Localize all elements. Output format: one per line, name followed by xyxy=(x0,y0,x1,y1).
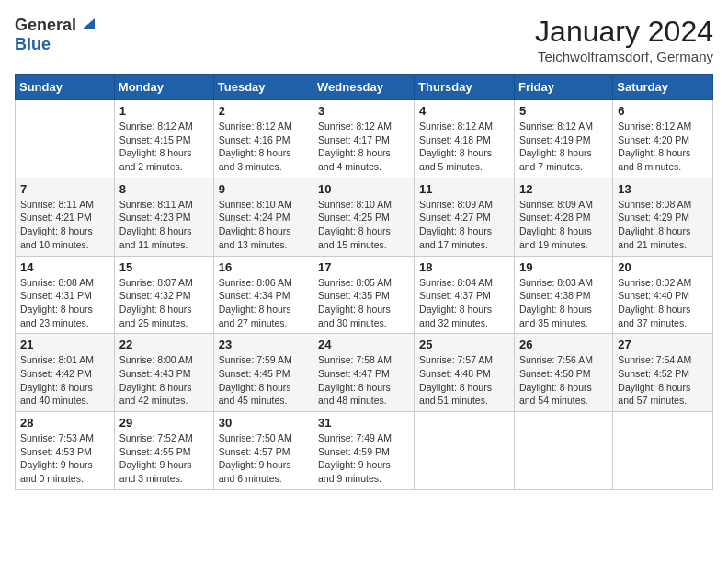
calendar-body: 1Sunrise: 8:12 AMSunset: 4:15 PMDaylight… xyxy=(16,100,713,490)
day-detail: Sunrise: 7:58 AMSunset: 4:47 PMDaylight:… xyxy=(318,353,409,408)
calendar-week-row: 21Sunrise: 8:01 AMSunset: 4:42 PMDayligh… xyxy=(16,334,713,412)
logo-triangle-icon xyxy=(78,15,95,35)
calendar-cell xyxy=(16,100,115,178)
calendar-cell: 15Sunrise: 8:07 AMSunset: 4:32 PMDayligh… xyxy=(114,256,213,334)
day-number: 23 xyxy=(219,338,308,351)
calendar-cell: 11Sunrise: 8:09 AMSunset: 4:27 PMDayligh… xyxy=(415,178,515,256)
calendar-cell xyxy=(514,412,612,490)
day-number: 18 xyxy=(419,260,509,274)
calendar-cell: 21Sunrise: 8:01 AMSunset: 4:42 PMDayligh… xyxy=(16,334,115,412)
day-number: 1 xyxy=(119,104,209,118)
day-detail: Sunrise: 8:12 AMSunset: 4:18 PMDaylight:… xyxy=(419,120,509,174)
day-detail: Sunrise: 8:09 AMSunset: 4:27 PMDaylight:… xyxy=(419,198,509,252)
calendar-cell: 24Sunrise: 7:58 AMSunset: 4:47 PMDayligh… xyxy=(313,334,415,412)
day-number: 25 xyxy=(419,338,509,351)
calendar-table: SundayMondayTuesdayWednesdayThursdayFrid… xyxy=(15,74,713,490)
day-number: 15 xyxy=(119,260,209,274)
logo-blue-text: Blue xyxy=(15,35,51,53)
calendar-cell: 20Sunrise: 8:02 AMSunset: 4:40 PMDayligh… xyxy=(613,256,713,334)
day-detail: Sunrise: 8:00 AMSunset: 4:43 PMDaylight:… xyxy=(119,353,209,408)
day-detail: Sunrise: 7:54 AMSunset: 4:52 PMDaylight:… xyxy=(618,353,708,408)
calendar-cell xyxy=(415,412,515,490)
day-number: 29 xyxy=(119,416,209,430)
day-number: 28 xyxy=(20,416,109,430)
day-detail: Sunrise: 8:12 AMSunset: 4:20 PMDaylight:… xyxy=(618,120,708,174)
calendar-cell: 29Sunrise: 7:52 AMSunset: 4:55 PMDayligh… xyxy=(114,412,213,490)
logo: General Blue xyxy=(15,15,95,54)
calendar-cell: 17Sunrise: 8:05 AMSunset: 4:35 PMDayligh… xyxy=(313,256,415,334)
day-number: 24 xyxy=(318,338,409,351)
day-detail: Sunrise: 7:52 AMSunset: 4:55 PMDaylight:… xyxy=(119,431,209,486)
day-number: 8 xyxy=(119,182,209,196)
calendar-cell: 5Sunrise: 8:12 AMSunset: 4:19 PMDaylight… xyxy=(514,100,612,178)
calendar-cell: 7Sunrise: 8:11 AMSunset: 4:21 PMDaylight… xyxy=(16,178,115,256)
day-number: 6 xyxy=(618,104,708,118)
day-detail: Sunrise: 8:02 AMSunset: 4:40 PMDaylight:… xyxy=(618,276,708,330)
day-number: 19 xyxy=(519,260,608,274)
calendar-cell: 4Sunrise: 8:12 AMSunset: 4:18 PMDaylight… xyxy=(415,100,515,178)
day-number: 13 xyxy=(618,182,708,196)
day-detail: Sunrise: 8:12 AMSunset: 4:15 PMDaylight:… xyxy=(119,120,209,174)
calendar-cell: 2Sunrise: 8:12 AMSunset: 4:16 PMDaylight… xyxy=(213,100,313,178)
weekday-header-monday: Monday xyxy=(114,75,213,100)
day-detail: Sunrise: 8:10 AMSunset: 4:24 PMDaylight:… xyxy=(219,198,308,252)
day-number: 20 xyxy=(618,260,708,274)
weekday-header-friday: Friday xyxy=(514,75,612,100)
day-number: 9 xyxy=(219,182,308,196)
day-number: 11 xyxy=(419,182,509,196)
day-number: 4 xyxy=(419,104,509,118)
weekday-header-thursday: Thursday xyxy=(415,75,515,100)
weekday-header-sunday: Sunday xyxy=(16,75,115,100)
day-detail: Sunrise: 8:09 AMSunset: 4:28 PMDaylight:… xyxy=(519,198,608,252)
day-detail: Sunrise: 8:08 AMSunset: 4:31 PMDaylight:… xyxy=(20,276,109,330)
calendar-cell: 23Sunrise: 7:59 AMSunset: 4:45 PMDayligh… xyxy=(213,334,313,412)
day-number: 5 xyxy=(519,104,608,118)
calendar-cell: 8Sunrise: 8:11 AMSunset: 4:23 PMDaylight… xyxy=(114,178,213,256)
day-detail: Sunrise: 8:04 AMSunset: 4:37 PMDaylight:… xyxy=(419,276,509,330)
day-number: 21 xyxy=(20,338,109,351)
day-detail: Sunrise: 8:01 AMSunset: 4:42 PMDaylight:… xyxy=(20,353,109,408)
calendar-cell: 22Sunrise: 8:00 AMSunset: 4:43 PMDayligh… xyxy=(114,334,213,412)
calendar-cell: 13Sunrise: 8:08 AMSunset: 4:29 PMDayligh… xyxy=(613,178,713,256)
calendar-cell: 27Sunrise: 7:54 AMSunset: 4:52 PMDayligh… xyxy=(613,334,713,412)
day-detail: Sunrise: 7:56 AMSunset: 4:50 PMDaylight:… xyxy=(519,353,608,408)
calendar-week-row: 14Sunrise: 8:08 AMSunset: 4:31 PMDayligh… xyxy=(16,256,713,334)
calendar-cell: 25Sunrise: 7:57 AMSunset: 4:48 PMDayligh… xyxy=(415,334,515,412)
day-number: 10 xyxy=(318,182,409,196)
day-detail: Sunrise: 8:12 AMSunset: 4:19 PMDaylight:… xyxy=(519,120,608,174)
day-detail: Sunrise: 7:59 AMSunset: 4:45 PMDaylight:… xyxy=(219,353,308,408)
calendar-cell: 19Sunrise: 8:03 AMSunset: 4:38 PMDayligh… xyxy=(514,256,612,334)
title-section: January 2024 Teichwolframsdorf, Germany xyxy=(535,15,713,64)
calendar-week-row: 28Sunrise: 7:53 AMSunset: 4:53 PMDayligh… xyxy=(16,412,713,490)
calendar-cell: 28Sunrise: 7:53 AMSunset: 4:53 PMDayligh… xyxy=(16,412,115,490)
calendar-cell xyxy=(613,412,713,490)
day-detail: Sunrise: 7:50 AMSunset: 4:57 PMDaylight:… xyxy=(219,431,308,486)
calendar-cell: 12Sunrise: 8:09 AMSunset: 4:28 PMDayligh… xyxy=(514,178,612,256)
day-detail: Sunrise: 8:11 AMSunset: 4:21 PMDaylight:… xyxy=(20,198,109,252)
day-detail: Sunrise: 7:57 AMSunset: 4:48 PMDaylight:… xyxy=(419,353,509,408)
weekday-header-saturday: Saturday xyxy=(613,75,713,100)
day-detail: Sunrise: 8:10 AMSunset: 4:25 PMDaylight:… xyxy=(318,198,409,252)
calendar-cell: 1Sunrise: 8:12 AMSunset: 4:15 PMDaylight… xyxy=(114,100,213,178)
calendar-week-row: 1Sunrise: 8:12 AMSunset: 4:15 PMDaylight… xyxy=(16,100,713,178)
day-detail: Sunrise: 8:07 AMSunset: 4:32 PMDaylight:… xyxy=(119,276,209,330)
calendar-cell: 26Sunrise: 7:56 AMSunset: 4:50 PMDayligh… xyxy=(514,334,612,412)
day-number: 12 xyxy=(519,182,608,196)
calendar-cell: 10Sunrise: 8:10 AMSunset: 4:25 PMDayligh… xyxy=(313,178,415,256)
calendar-cell: 31Sunrise: 7:49 AMSunset: 4:59 PMDayligh… xyxy=(313,412,415,490)
day-number: 14 xyxy=(20,260,109,274)
day-number: 22 xyxy=(119,338,209,351)
month-title: January 2024 xyxy=(535,15,713,49)
day-detail: Sunrise: 8:06 AMSunset: 4:34 PMDaylight:… xyxy=(219,276,308,330)
svg-marker-0 xyxy=(82,18,95,29)
day-number: 31 xyxy=(318,416,409,430)
day-detail: Sunrise: 7:49 AMSunset: 4:59 PMDaylight:… xyxy=(318,431,409,486)
calendar-week-row: 7Sunrise: 8:11 AMSunset: 4:21 PMDaylight… xyxy=(16,178,713,256)
day-number: 2 xyxy=(219,104,308,118)
day-number: 3 xyxy=(318,104,409,118)
day-number: 27 xyxy=(618,338,708,351)
location-title: Teichwolframsdorf, Germany xyxy=(535,49,713,64)
weekday-header-tuesday: Tuesday xyxy=(213,75,313,100)
calendar-cell: 30Sunrise: 7:50 AMSunset: 4:57 PMDayligh… xyxy=(213,412,313,490)
day-detail: Sunrise: 8:03 AMSunset: 4:38 PMDaylight:… xyxy=(519,276,608,330)
